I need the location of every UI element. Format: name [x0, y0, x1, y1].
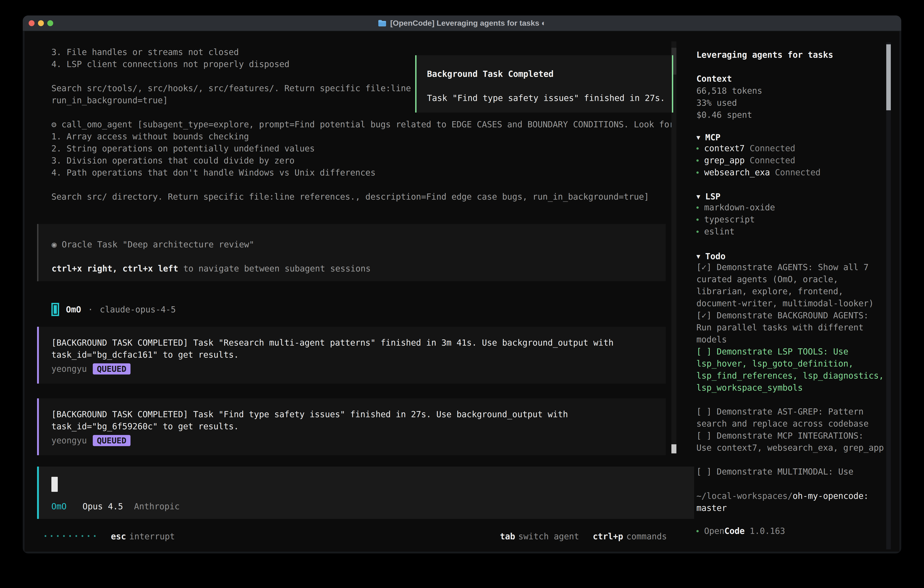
input-provider-name: Anthropic: [134, 502, 180, 511]
task-meta: yeongyu QUEUED: [51, 362, 657, 375]
titlebar: [OpenCode] Leveraging agents for tasks ◐: [23, 15, 901, 31]
sidebar-scrollbar[interactable]: [886, 43, 891, 549]
status-dot-icon: [696, 147, 699, 150]
chevron-down-icon: ▼: [696, 253, 700, 260]
oracle-task-box: ◉ Oracle Task "Deep architecture review"…: [37, 224, 666, 281]
mcp-item: context7Connected: [696, 142, 885, 154]
mcp-item: websearch_exaConnected: [696, 167, 885, 178]
model-selector[interactable]: OmO Opus 4.5 Anthropic: [51, 500, 694, 512]
background-task-message: [BACKGROUND TASK COMPLETED] Task "Find t…: [37, 398, 666, 455]
context-used: 33% used: [696, 97, 885, 109]
status-dot-icon: [696, 206, 699, 209]
git-branch: master: [696, 503, 727, 513]
opencode-window: [OpenCode] Leveraging agents for tasks ◐…: [23, 15, 901, 553]
task-meta: yeongyu QUEUED: [51, 434, 657, 447]
lsp-item: typescript: [696, 213, 885, 226]
title-area: [OpenCode] Leveraging agents for tasks ◐: [23, 15, 901, 31]
notification-title: Background Task Completed: [427, 68, 672, 80]
session-title: Leveraging agents for tasks: [696, 31, 885, 61]
status-dot-icon: [696, 530, 699, 532]
prompt-line: Search src/ directory. Return specific f…: [51, 191, 681, 203]
background-task-message: [BACKGROUND TASK COMPLETED] Task "Resear…: [37, 327, 666, 383]
lsp-item: eslint: [696, 226, 885, 238]
task-user: yeongyu: [51, 436, 87, 446]
bug-list-item: 1. Array access without bounds checking: [51, 130, 681, 142]
keyhint-switch-agent: tabswitch agent: [500, 530, 579, 543]
prompt-input[interactable]: OmO Opus 4.5 Anthropic: [37, 467, 694, 519]
mcp-item: grep_appConnected: [696, 154, 885, 167]
task-message-text: [BACKGROUND TASK COMPLETED] Task "Resear…: [51, 337, 652, 361]
oracle-shortcut-hint: ctrl+x right, ctrl+x left to navigate be…: [52, 263, 657, 275]
agent-name: OmO: [66, 305, 81, 314]
context-tokens: 66,518 tokens: [696, 85, 885, 97]
activity-dots: ·········: [43, 530, 98, 542]
tool-call-line: ⚙ call_omo_agent [subagent_type=explore,…: [51, 119, 681, 130]
agent-header: OmO · claude-opus-4-5: [51, 302, 681, 317]
todo-item: [ ] Demonstrate MCP INTEGRATIONS: Use co…: [696, 430, 885, 454]
todo-item: [ ] Demonstrate AST-GREP: Pattern search…: [696, 406, 885, 430]
sidebar-scrollbar-thumb[interactable]: [886, 45, 891, 110]
todo-item: [✓] Demonstrate BACKGROUND AGENTS: Run p…: [696, 309, 885, 345]
bug-list-item: 3. Division operations that could divide…: [51, 155, 681, 167]
bug-list-item: 4. Path operations that don't handle Win…: [51, 167, 681, 179]
task-user: yeongyu: [51, 364, 87, 374]
keyhint-commands: ctrl+pcommands: [593, 530, 667, 543]
todo-section-header[interactable]: ▼ Todo: [696, 251, 885, 261]
input-model-name: Opus 4.5: [82, 502, 123, 511]
notification-body: Task "Find type safety issues" finished …: [427, 92, 672, 104]
version-line: OpenCode1.0.163: [696, 526, 885, 536]
agent-cursor-icon: [51, 303, 59, 316]
status-dot-icon: [696, 159, 699, 162]
keyhint-interrupt: escinterrupt: [111, 530, 175, 543]
gear-icon: ⚙: [51, 120, 56, 129]
window-title: [OpenCode] Leveraging agents for tasks ◐: [390, 19, 546, 28]
mcp-section-header[interactable]: ▼ MCP: [696, 132, 885, 142]
task-message-text: [BACKGROUND TASK COMPLETED] Task "Find t…: [51, 408, 652, 433]
notification-toast: Background Task Completed Task "Find typ…: [415, 55, 673, 112]
sidebar: Leveraging agents for tasks Context 66,5…: [696, 31, 885, 552]
status-dot-icon: [696, 172, 699, 174]
todo-item: [ ] Demonstrate LSP TOOLS: Use lsp_hover…: [696, 345, 885, 394]
todo-item: [✓] Demonstrate AGENTS: Show all 7 curat…: [696, 261, 885, 309]
record-icon: ◉: [52, 239, 57, 249]
status-badge: QUEUED: [93, 435, 130, 446]
separator-dot: ·: [88, 305, 93, 314]
status-badge: QUEUED: [93, 363, 130, 375]
context-heading: Context: [696, 73, 885, 85]
main-scrollbar-thumb[interactable]: [672, 444, 676, 453]
text-cursor: [51, 477, 58, 492]
input-agent-name: OmO: [51, 502, 67, 511]
chevron-down-icon: ▼: [696, 193, 700, 200]
status-dot-icon: [696, 231, 699, 233]
tool-call-text: call_omo_agent [subagent_type=explore, p…: [62, 120, 674, 129]
context-spent: $0.46 spent: [696, 109, 885, 121]
workspace-path: ~/local-workspaces/oh-my-opencode:master: [696, 490, 878, 514]
status-dot-icon: [696, 218, 699, 221]
chevron-down-icon: ▼: [696, 134, 700, 141]
status-bar: ········· escinterrupt tabswitch agent c…: [43, 530, 667, 542]
oracle-task-title: ◉ Oracle Task "Deep architecture review": [52, 238, 657, 251]
bug-list-item: 2. String operations on potentially unde…: [51, 142, 681, 155]
lsp-item: markdown-oxide: [696, 202, 885, 213]
todo-item: [ ] Demonstrate MULTIMODAL: Use: [696, 466, 885, 478]
lsp-section-header[interactable]: ▼ LSP: [696, 192, 885, 202]
agent-model: claude-opus-4-5: [100, 305, 176, 314]
folder-icon: [378, 20, 386, 27]
terminal-content: 3. File handles or streams not closed 4.…: [25, 31, 899, 552]
